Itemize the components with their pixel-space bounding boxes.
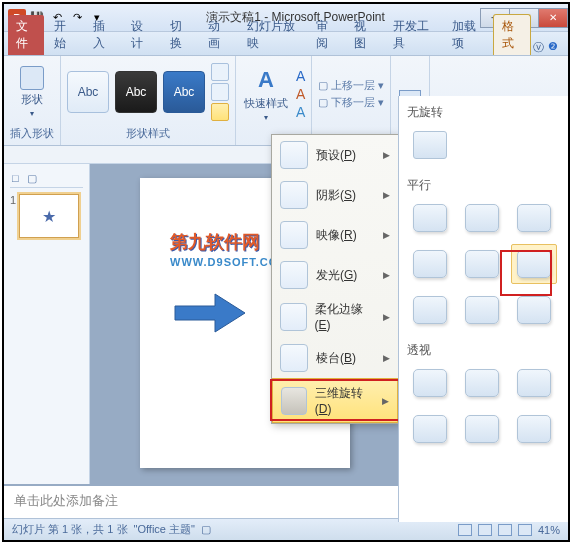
slide-counter: 幻灯片 第 1 张，共 1 张 — [12, 522, 128, 537]
rotation-parallel-8[interactable] — [459, 290, 505, 330]
menu-3d-rotation[interactable]: 三维旋转(D)▶ — [272, 378, 398, 423]
tab-view[interactable]: 视图 — [346, 15, 382, 55]
rotation-parallel-9[interactable] — [511, 290, 557, 330]
rotation-persp-1[interactable] — [407, 363, 453, 403]
shape-effects-button[interactable] — [211, 103, 229, 121]
rotation-parallel-3[interactable] — [511, 198, 557, 238]
rotation-parallel-1[interactable] — [407, 198, 453, 238]
style-preset-3[interactable]: Abc — [163, 71, 205, 113]
rotation-gallery: 无旋转 平行 透视 — [398, 96, 568, 522]
reading-view-icon[interactable] — [498, 524, 512, 536]
bring-forward-button[interactable]: ▢上移一层▾ — [318, 78, 384, 93]
tab-home[interactable]: 开始 — [46, 15, 82, 55]
rotation-parallel-6[interactable] — [511, 244, 557, 284]
ribbon-tabs: 文件 开始 插入 设计 切换 动画 幻灯片放映 审阅 视图 开发工具 加载项 格… — [4, 32, 568, 56]
theme-name: "Office 主题" — [134, 522, 195, 537]
thumb-tab-outline[interactable]: ▢ — [27, 172, 37, 185]
tab-review[interactable]: 审阅 — [308, 15, 344, 55]
group-label-insert-shapes: 插入形状 — [10, 124, 54, 141]
menu-reflection[interactable]: 映像(R)▶ — [272, 215, 398, 255]
star-icon: ★ — [42, 207, 56, 226]
tab-animation[interactable]: 动画 — [200, 15, 236, 55]
shape-outline-button[interactable] — [211, 83, 229, 101]
ribbon-minimize-icon[interactable]: ⓥ — [533, 40, 544, 55]
menu-bevel[interactable]: 棱台(B)▶ — [272, 338, 398, 378]
shapes-button[interactable]: 形状 ▾ — [18, 64, 46, 120]
rotation-persp-5[interactable] — [459, 409, 505, 449]
gallery-section-perspective: 透视 — [407, 338, 560, 363]
close-button[interactable]: ✕ — [538, 8, 568, 28]
zoom-level[interactable]: 41% — [538, 524, 560, 536]
slideshow-view-icon[interactable] — [518, 524, 532, 536]
rotation-none[interactable] — [407, 125, 453, 165]
rotation-persp-3[interactable] — [511, 363, 557, 403]
send-backward-button[interactable]: ▢下移一层▾ — [318, 95, 384, 110]
shape-fill-button[interactable] — [211, 63, 229, 81]
rotation-persp-6[interactable] — [511, 409, 557, 449]
normal-view-icon[interactable] — [458, 524, 472, 536]
text-effects-icon[interactable]: A — [296, 104, 305, 120]
style-preset-1[interactable]: Abc — [67, 71, 109, 113]
menu-soft-edges[interactable]: 柔化边缘(E)▶ — [272, 295, 398, 338]
tab-file[interactable]: 文件 — [8, 15, 44, 55]
tab-addins[interactable]: 加载项 — [444, 15, 491, 55]
tab-slideshow[interactable]: 幻灯片放映 — [239, 15, 306, 55]
slide-panel: □ ▢ 1 ★ — [4, 164, 90, 484]
menu-preset[interactable]: 预设(P)▶ — [272, 135, 398, 175]
help-icon[interactable]: ❷ — [548, 40, 558, 55]
style-preset-2[interactable]: Abc — [115, 71, 157, 113]
slide-thumbnail[interactable]: ★ — [19, 194, 79, 238]
thumb-tab-slides[interactable]: □ — [12, 172, 19, 185]
rotation-parallel-2[interactable] — [459, 198, 505, 238]
group-label-shape-styles: 形状样式 — [126, 124, 170, 141]
tab-design[interactable]: 设计 — [123, 15, 159, 55]
menu-shadow[interactable]: 阴影(S)▶ — [272, 175, 398, 215]
lang-indicator[interactable]: ▢ — [201, 523, 211, 536]
text-outline-icon[interactable]: A — [296, 86, 305, 102]
shape-effects-menu: 预设(P)▶ 阴影(S)▶ 映像(R)▶ 发光(G)▶ 柔化边缘(E)▶ 棱台(… — [271, 134, 399, 424]
quick-styles-button[interactable]: A 快速样式 ▾ — [242, 64, 290, 124]
rotation-persp-2[interactable] — [459, 363, 505, 403]
text-fill-icon[interactable]: A — [296, 68, 305, 84]
gallery-section-parallel: 平行 — [407, 173, 560, 198]
rotation-persp-4[interactable] — [407, 409, 453, 449]
tab-dev[interactable]: 开发工具 — [385, 15, 442, 55]
sorter-view-icon[interactable] — [478, 524, 492, 536]
tab-insert[interactable]: 插入 — [85, 15, 121, 55]
menu-glow[interactable]: 发光(G)▶ — [272, 255, 398, 295]
rotation-parallel-4[interactable] — [407, 244, 453, 284]
slide-number: 1 — [10, 194, 16, 238]
rotation-parallel-7[interactable] — [407, 290, 453, 330]
tab-format[interactable]: 格式 — [493, 14, 531, 55]
rotation-parallel-5[interactable] — [459, 244, 505, 284]
wordart-icon: A — [252, 66, 280, 94]
arrow-shape[interactable] — [170, 288, 250, 338]
tab-transition[interactable]: 切换 — [162, 15, 198, 55]
gallery-section-none: 无旋转 — [407, 100, 560, 125]
